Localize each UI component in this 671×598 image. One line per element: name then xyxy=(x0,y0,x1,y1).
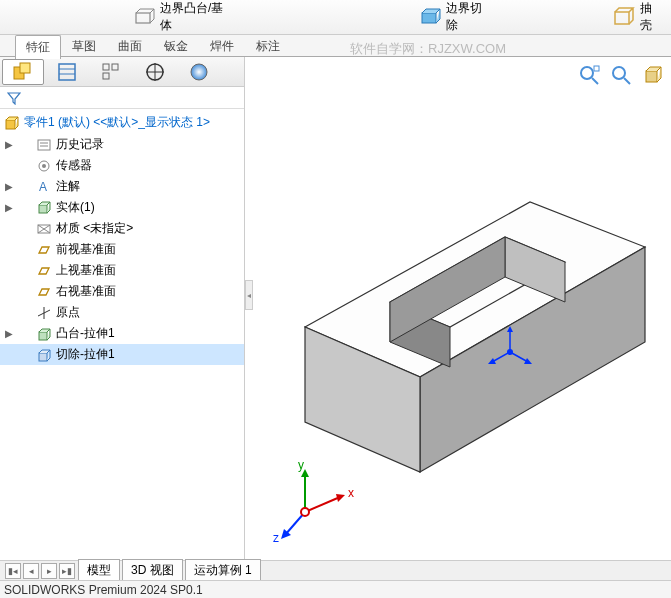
part-title: 零件1 (默认) <<默认>_显示状态 1> xyxy=(24,114,210,131)
feature-manager-tab[interactable] xyxy=(2,59,44,85)
svg-line-50 xyxy=(305,497,340,512)
part-icon xyxy=(4,115,20,131)
tree-item-label: 切除-拉伸1 xyxy=(56,346,115,363)
svg-rect-9 xyxy=(112,64,118,70)
svg-marker-51 xyxy=(336,494,345,502)
3d-viewport[interactable]: x y z xyxy=(245,57,671,562)
tree-item-5[interactable]: 前视基准面 xyxy=(0,239,244,260)
tree-item-10[interactable]: 切除-拉伸1 xyxy=(0,344,244,365)
tab-feature[interactable]: 特征 xyxy=(15,35,61,59)
plane-icon xyxy=(36,284,52,300)
command-tabs: 特征 草图 曲面 钣金 焊件 标注 xyxy=(0,35,671,57)
feature-manager-icon xyxy=(12,61,34,83)
bottom-tab-model[interactable]: 模型 xyxy=(78,559,120,582)
top-toolbar: 边界凸台/基体 边界切除 抽壳 xyxy=(0,0,671,35)
tree-item-8[interactable]: 原点 xyxy=(0,302,244,323)
tree-item-label: 原点 xyxy=(56,304,80,321)
rotate-triad-icon[interactable] xyxy=(480,322,540,382)
tree-item-label: 上视基准面 xyxy=(56,262,116,279)
svg-line-47 xyxy=(492,352,510,362)
svg-point-14 xyxy=(191,64,207,80)
tree-item-label: 历史记录 xyxy=(56,136,104,153)
display-manager-tab[interactable] xyxy=(178,59,220,85)
filter-icon[interactable] xyxy=(6,90,22,106)
axis-x-label: x xyxy=(348,486,354,500)
tree-item-9[interactable]: ▶凸台-拉伸1 xyxy=(0,323,244,344)
tab-sketch[interactable]: 草图 xyxy=(61,34,107,58)
bottom-tab-3dview[interactable]: 3D 视图 xyxy=(122,559,183,582)
property-icon xyxy=(56,61,78,83)
sensor-icon xyxy=(36,158,52,174)
boundary-boss-button[interactable]: 边界凸台/基体 xyxy=(122,0,239,36)
bottom-tabs: ▮◂ ◂ ▸ ▸▮ 模型 3D 视图 运动算例 1 xyxy=(0,560,671,580)
nav-last-button[interactable]: ▸▮ xyxy=(59,563,75,579)
svg-rect-15 xyxy=(6,120,15,129)
tab-sheetmetal[interactable]: 钣金 xyxy=(153,34,199,58)
expand-icon[interactable]: ▶ xyxy=(4,328,14,339)
tree-item-label: 材质 <未指定> xyxy=(56,220,133,237)
nav-next-button[interactable]: ▸ xyxy=(41,563,57,579)
tree-item-7[interactable]: 右视基准面 xyxy=(0,281,244,302)
feature-tree: 零件1 (默认) <<默认>_显示状态 1> ▶历史记录传感器▶A注解▶实体(1… xyxy=(0,109,244,562)
svg-marker-44 xyxy=(507,326,513,332)
filter-row xyxy=(0,87,244,109)
svg-point-49 xyxy=(507,349,513,355)
tab-annotate[interactable]: 标注 xyxy=(245,34,291,58)
config-manager-tab[interactable] xyxy=(90,59,132,85)
svg-point-56 xyxy=(301,508,309,516)
bottom-tab-motion[interactable]: 运动算例 1 xyxy=(185,559,261,582)
tree-item-6[interactable]: 上视基准面 xyxy=(0,260,244,281)
mat-icon xyxy=(36,221,52,237)
origin-icon xyxy=(36,305,52,321)
tree-item-1[interactable]: 传感器 xyxy=(0,155,244,176)
tree-item-label: 传感器 xyxy=(56,157,92,174)
axis-y-label: y xyxy=(298,458,304,472)
part-root[interactable]: 零件1 (默认) <<默认>_显示状态 1> xyxy=(0,111,244,134)
nav-prev-button[interactable]: ◂ xyxy=(23,563,39,579)
plane-icon xyxy=(36,263,52,279)
expand-icon[interactable]: ▶ xyxy=(4,181,14,192)
property-manager-tab[interactable] xyxy=(46,59,88,85)
boss-icon xyxy=(132,5,156,29)
display-icon xyxy=(188,61,210,83)
annot-icon: A xyxy=(36,179,52,195)
expand-icon[interactable]: ▶ xyxy=(4,202,14,213)
svg-line-45 xyxy=(510,352,528,362)
svg-rect-16 xyxy=(38,140,50,150)
dimxpert-tab[interactable] xyxy=(134,59,176,85)
shell-icon xyxy=(612,5,636,29)
status-bar: SOLIDWORKS Premium 2024 SP0.1 xyxy=(0,580,671,598)
boundary-cut-button[interactable]: 边界切除 xyxy=(408,0,499,36)
splitter-handle[interactable]: ◂ xyxy=(245,280,253,310)
svg-rect-5 xyxy=(59,64,75,80)
svg-rect-22 xyxy=(39,205,47,213)
tree-item-2[interactable]: ▶A注解 xyxy=(0,176,244,197)
svg-rect-29 xyxy=(39,353,47,361)
svg-rect-28 xyxy=(39,332,47,340)
tab-surface[interactable]: 曲面 xyxy=(107,34,153,58)
svg-rect-2 xyxy=(615,12,629,24)
tree-item-label: 凸台-拉伸1 xyxy=(56,325,115,342)
tab-weldment[interactable]: 焊件 xyxy=(199,34,245,58)
svg-rect-10 xyxy=(103,73,109,79)
status-text: SOLIDWORKS Premium 2024 SP0.1 xyxy=(4,583,203,597)
nav-first-button[interactable]: ▮◂ xyxy=(5,563,21,579)
feature-tree-panel: 零件1 (默认) <<默认>_显示状态 1> ▶历史记录传感器▶A注解▶实体(1… xyxy=(0,57,245,562)
svg-point-20 xyxy=(42,164,46,168)
tree-item-0[interactable]: ▶历史记录 xyxy=(0,134,244,155)
tree-item-label: 前视基准面 xyxy=(56,241,116,258)
solid-icon xyxy=(36,200,52,216)
axis-z-label: z xyxy=(273,531,279,545)
expand-icon[interactable]: ▶ xyxy=(4,139,14,150)
origin-triad[interactable]: x y z xyxy=(270,457,360,547)
tree-item-4[interactable]: 材质 <未指定> xyxy=(0,218,244,239)
tree-item-3[interactable]: ▶实体(1) xyxy=(0,197,244,218)
boss-label: 边界凸台/基体 xyxy=(160,0,229,34)
cut-icon xyxy=(36,347,52,363)
shell-button[interactable]: 抽壳 xyxy=(602,0,671,36)
history-icon xyxy=(36,137,52,153)
tree-item-label: 右视基准面 xyxy=(56,283,116,300)
cut-icon xyxy=(418,5,442,29)
cut-label: 边界切除 xyxy=(446,0,489,34)
tree-item-label: 实体(1) xyxy=(56,199,95,216)
